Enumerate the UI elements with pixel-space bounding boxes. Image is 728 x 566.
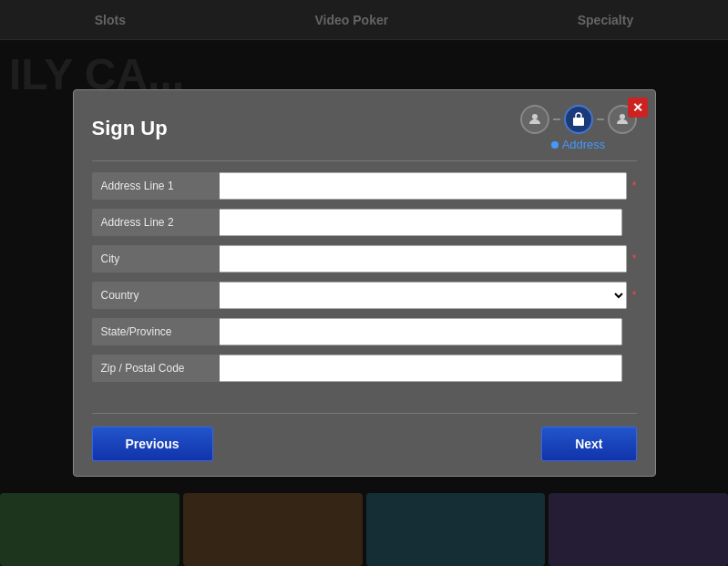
form-row-country: Country United States Canada United King… [92,282,637,309]
label-city: City [92,245,220,273]
close-button[interactable]: ✕ [628,98,648,118]
required-addr1: * [632,180,637,192]
step-dot [551,141,559,149]
svg-point-0 [532,114,538,119]
footer-buttons: Previous Next [92,427,637,461]
label-state: State/Province [92,318,220,345]
previous-button[interactable]: Previous [92,427,213,461]
step-connector-2 [597,118,604,120]
modal-overlay: ✕ Sign Up [0,0,728,566]
input-city[interactable] [220,245,627,273]
modal-footer: Previous Next [74,406,655,476]
step-connector-1 [553,118,560,120]
form-row-addr1: Address Line 1 * [92,172,637,200]
form-row-addr2: Address Line 2 [92,209,637,236]
select-country[interactable]: United States Canada United Kingdom Aust… [220,282,627,309]
input-state[interactable] [220,318,622,345]
steps-icons [520,105,637,134]
label-addr2: Address Line 2 [92,209,220,236]
required-country: * [632,289,637,302]
modal: ✕ Sign Up [73,89,656,477]
form-row-city: City * [92,245,637,273]
form-row-state: State/Province [92,318,637,345]
modal-header: Sign Up [74,90,655,160]
next-button[interactable]: Next [541,427,636,461]
modal-title: Sign Up [92,117,168,140]
step-icon-address[interactable] [564,105,593,134]
svg-rect-1 [573,118,584,126]
form-row-zip: Zip / Postal Code [92,355,637,382]
label-addr1: Address Line 1 [92,172,220,200]
steps-container: Address [520,105,637,151]
input-addr1[interactable] [220,172,627,200]
step-label: Address [551,138,606,151]
required-city: * [632,252,637,265]
step-icon-personal[interactable] [520,105,549,134]
input-addr2[interactable] [220,209,622,236]
input-zip[interactable] [220,355,622,382]
label-zip: Zip / Postal Code [92,355,220,382]
svg-point-2 [620,114,625,119]
form-area: Address Line 1 * Address Line 2 City * C… [74,161,655,406]
footer-divider [92,413,637,414]
label-country: Country [92,282,220,309]
